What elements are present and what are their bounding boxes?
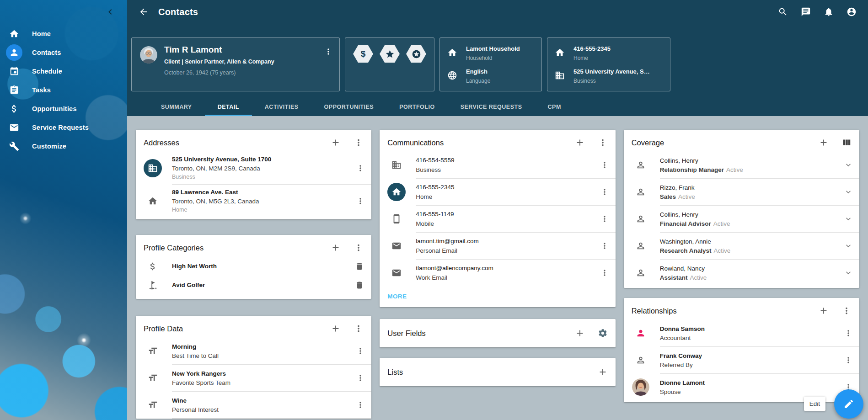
profile-data-row-menu-button[interactable] xyxy=(355,346,366,356)
coverage-expand-button[interactable] xyxy=(843,213,854,224)
communications-more-link[interactable]: MORE xyxy=(387,293,407,300)
tab-portfolio[interactable]: PORTFOLIO xyxy=(386,98,447,116)
profile-data-row[interactable]: Morning Best Time to Call xyxy=(136,338,371,364)
add-user-field-button[interactable] xyxy=(574,328,585,339)
coverage-name: Washington, Annie xyxy=(660,238,843,245)
account-button[interactable] xyxy=(843,4,860,20)
edit-fab[interactable] xyxy=(834,389,863,419)
tab-service-requests[interactable]: SERVICE REQUESTS xyxy=(448,98,535,116)
back-button[interactable] xyxy=(134,3,153,21)
messages-button[interactable] xyxy=(798,4,814,20)
relationship-menu-button[interactable] xyxy=(843,328,854,339)
add-address-button[interactable] xyxy=(330,137,341,148)
tab-opportunities[interactable]: OPPORTUNITIES xyxy=(311,98,387,116)
profile-data-row[interactable]: New York Rangers Favorite Sports Team xyxy=(136,365,371,391)
communications-menu-button[interactable] xyxy=(597,137,608,148)
kebab-icon xyxy=(600,187,609,197)
primary-address-row[interactable]: 525 University Avenue, S… Business xyxy=(555,68,664,84)
contact-avatar[interactable] xyxy=(140,46,157,64)
coverage-expand-button[interactable] xyxy=(843,240,854,251)
kebab-icon xyxy=(354,138,364,148)
communication-menu-button[interactable] xyxy=(599,267,610,278)
communication-menu-button[interactable] xyxy=(599,240,610,251)
sidebar-item-label: Service Requests xyxy=(32,124,89,131)
profile-data-row[interactable]: Wine Personal Interest xyxy=(136,392,371,418)
user-fields-settings-button[interactable] xyxy=(597,328,608,339)
tab-activities[interactable]: ACTIVITIES xyxy=(252,98,311,116)
address-menu-button[interactable] xyxy=(355,163,366,174)
relationships-menu-button[interactable] xyxy=(841,305,852,316)
add-relationship-button[interactable] xyxy=(818,305,829,316)
household-row[interactable]: Lamont Household Household xyxy=(447,45,536,61)
address-row[interactable]: 89 Lawrence Ave. East Toronto, ON, M5G 2… xyxy=(136,185,371,219)
coverage-role: Relationship Manager xyxy=(660,166,724,173)
addresses-menu-button[interactable] xyxy=(353,137,364,148)
coverage-expand-button[interactable] xyxy=(843,186,854,197)
coverage-row[interactable]: Collins, Henry Financial AdvisorActive xyxy=(624,206,859,232)
delete-category-button[interactable] xyxy=(354,280,365,291)
coverage-row[interactable]: Washington, Annie Research AnalystActive xyxy=(624,233,859,259)
communication-row[interactable]: tlamont@allencompany.com Work Email xyxy=(380,260,615,286)
sidebar-item-customize[interactable]: Customize xyxy=(0,137,127,155)
coverage-expand-button[interactable] xyxy=(843,267,854,278)
sidebar-item-opportunities[interactable]: Opportunities xyxy=(0,99,127,118)
coverage-row[interactable]: Collins, Henry Relationship ManagerActiv… xyxy=(624,152,859,178)
home-icon xyxy=(144,192,162,210)
delete-category-button[interactable] xyxy=(354,261,365,272)
building-icon xyxy=(555,70,566,81)
add-coverage-button[interactable] xyxy=(818,137,829,148)
coverage-expand-button[interactable] xyxy=(843,159,854,170)
address-menu-button[interactable] xyxy=(355,196,366,207)
sidebar-item-contacts[interactable]: Contacts xyxy=(0,43,127,62)
tab-summary[interactable]: SUMMARY xyxy=(148,98,205,116)
communication-row[interactable]: 416-555-2345 Home xyxy=(380,179,615,205)
contact-menu-button[interactable] xyxy=(323,46,334,57)
star-circle-badge-icon[interactable] xyxy=(406,45,426,63)
communication-row[interactable]: lamont.tim@gmail.com Personal Email xyxy=(380,233,615,259)
relationship-menu-button[interactable] xyxy=(843,355,854,366)
search-button[interactable] xyxy=(775,4,791,20)
add-communication-button[interactable] xyxy=(574,137,585,148)
coverage-row[interactable]: Rowland, Nancy AssistantActive xyxy=(624,260,859,288)
categories-menu-button[interactable] xyxy=(353,242,364,253)
coverage-row[interactable]: Rizzo, Frank SalesActive xyxy=(624,179,859,205)
sidebar-item-tasks[interactable]: Tasks xyxy=(0,80,127,99)
dollar-badge-icon[interactable]: $ xyxy=(353,45,373,63)
add-category-button[interactable] xyxy=(330,242,341,253)
sidebar-item-schedule[interactable]: Schedule xyxy=(0,62,127,80)
profile-data-row-menu-button[interactable] xyxy=(355,399,366,410)
profile-categories-card: Profile Categories High Net Worth Avi xyxy=(136,235,371,299)
communication-row[interactable]: 416-554-5559 Business xyxy=(380,152,615,178)
tab-detail[interactable]: DETAIL xyxy=(205,98,252,116)
sidebar-collapse-button[interactable] xyxy=(104,6,116,18)
category-row[interactable]: Avid Golfer xyxy=(136,276,371,294)
relationship-type: Accountant xyxy=(660,335,843,341)
primary-address-label: Business xyxy=(573,78,650,84)
communication-menu-button[interactable] xyxy=(599,213,610,224)
add-list-button[interactable] xyxy=(597,367,608,377)
notifications-button[interactable] xyxy=(820,4,837,20)
contact-tabs: SUMMARY DETAIL ACTIVITIES OPPORTUNITIES … xyxy=(127,98,868,116)
profile-data-menu-button[interactable] xyxy=(353,323,364,334)
primary-phone-row[interactable]: 416-555-2345 Home xyxy=(555,45,664,61)
category-row[interactable]: High Net Worth xyxy=(136,257,371,276)
star-badge-icon[interactable] xyxy=(380,45,400,63)
communication-menu-button[interactable] xyxy=(599,186,610,197)
relationship-avatar xyxy=(632,378,649,396)
coverage-name: Rowland, Nancy xyxy=(660,265,843,272)
communication-menu-button[interactable] xyxy=(599,159,610,170)
communication-row[interactable]: 416-555-1149 Mobile xyxy=(380,206,615,232)
sidebar-item-service-requests[interactable]: Service Requests xyxy=(0,118,127,137)
address-row[interactable]: 525 University Avenue, Suite 1700 Toront… xyxy=(136,152,371,184)
relationship-row[interactable]: Frank Conway Referred By xyxy=(624,347,859,373)
add-profile-data-button[interactable] xyxy=(330,323,341,334)
card-title: Lists xyxy=(387,368,403,377)
profile-data-row-menu-button[interactable] xyxy=(355,372,366,383)
card-title: Communications xyxy=(387,138,444,147)
sidebar-item-home[interactable]: Home xyxy=(0,24,127,43)
relationship-row[interactable]: Donna Samson Accountant xyxy=(624,320,859,346)
sidebar-item-label: Contacts xyxy=(32,49,61,56)
language-row[interactable]: English Language xyxy=(447,68,536,84)
coverage-view-columns-button[interactable] xyxy=(841,137,852,148)
tab-cpm[interactable]: CPM xyxy=(535,98,574,116)
